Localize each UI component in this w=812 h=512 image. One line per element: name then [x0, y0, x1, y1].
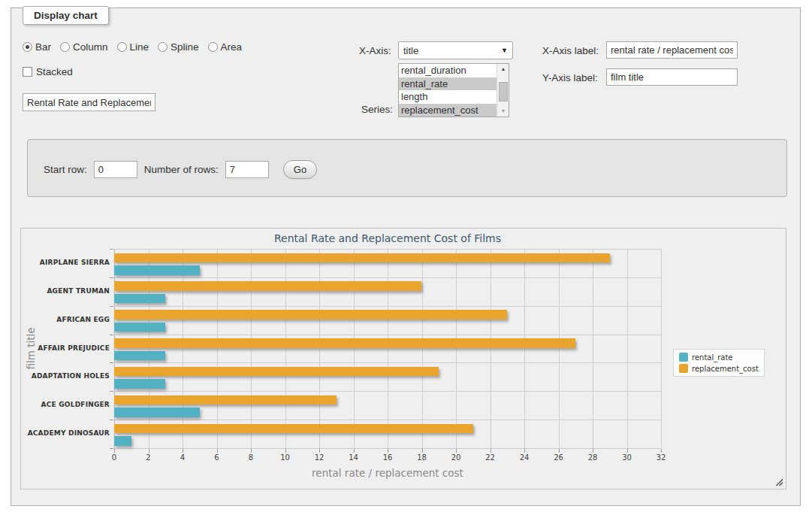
num-rows-input[interactable]	[225, 161, 269, 178]
x-tick-mark	[319, 449, 320, 453]
chevron-down-icon: ▼	[501, 47, 508, 54]
radio-icon[interactable]	[117, 42, 127, 52]
gridline-vertical	[319, 249, 320, 448]
x-tick-label: 24	[509, 453, 539, 462]
start-row-input[interactable]	[94, 161, 137, 178]
y-tick-mark	[110, 277, 113, 278]
radio-label: Column	[73, 41, 108, 53]
chart-type-option-line[interactable]: Line	[117, 41, 149, 53]
bar-replacement_cost[interactable]	[114, 310, 507, 320]
scroll-up-icon[interactable]: ▲	[497, 64, 509, 74]
gridline-horizontal	[114, 335, 661, 335]
x-tick-mark	[661, 449, 662, 453]
stacked-label: Stacked	[36, 66, 73, 77]
chart-legend: rental_ratereplacement_cost	[673, 349, 765, 377]
y-axis-label-field-label: Y-Axis label:	[542, 72, 598, 83]
x-tick-label: 30	[612, 453, 642, 462]
scrollbar-thumb[interactable]	[499, 82, 508, 101]
radio-label: Bar	[35, 41, 51, 53]
bar-rental_rate[interactable]	[114, 294, 165, 304]
bar-rental_rate[interactable]	[114, 379, 165, 389]
gridline-vertical	[251, 249, 252, 448]
bar-rental_rate[interactable]	[114, 323, 165, 332]
x-tick-mark	[422, 449, 423, 453]
gridline-vertical	[524, 249, 525, 448]
stacked-checkbox[interactable]	[23, 67, 32, 77]
x-tick-mark	[285, 449, 286, 453]
y-tick-mark	[110, 391, 113, 392]
bar-replacement_cost[interactable]	[114, 281, 421, 291]
stacked-checkbox-row[interactable]: Stacked	[23, 66, 73, 77]
y-axis-label-input[interactable]	[606, 68, 738, 86]
chart-type-option-area[interactable]: Area	[208, 41, 243, 53]
radio-icon[interactable]	[60, 42, 70, 52]
bar-replacement_cost[interactable]	[114, 338, 575, 348]
gridline-horizontal	[114, 362, 661, 363]
gridline-vertical	[388, 249, 388, 448]
x-tick-mark	[354, 449, 355, 453]
gridline-vertical	[217, 249, 218, 448]
gridline-vertical	[627, 249, 628, 448]
page: Display chart BarColumnLineSplineArea St…	[0, 0, 812, 512]
category-label: AIRPLANE SIERRA	[12, 249, 110, 277]
series-scrollbar[interactable]: ▲ ▼	[497, 64, 509, 117]
gridline-vertical	[422, 249, 423, 448]
gridline-vertical	[149, 249, 149, 448]
x-tick-label: 20	[441, 453, 471, 462]
gridline-vertical	[285, 249, 286, 448]
chart-type-option-spline[interactable]: Spline	[158, 41, 199, 53]
x-axis-selected-value: title	[403, 45, 418, 56]
x-tick-mark	[114, 449, 115, 453]
bar-rental_rate[interactable]	[114, 351, 165, 361]
x-tick-label: 4	[168, 453, 198, 462]
bar-replacement_cost[interactable]	[114, 424, 473, 434]
x-tick-mark	[388, 449, 388, 453]
radio-icon[interactable]	[158, 42, 168, 52]
x-tick-mark	[217, 449, 218, 453]
category-label: ADAPTATION HOLES	[12, 362, 110, 391]
chart-type-option-bar[interactable]: Bar	[23, 41, 51, 53]
x-tick-label: 28	[578, 453, 608, 462]
resize-handle-icon[interactable]	[774, 477, 783, 486]
row-controls-box: Start row: Number of rows: Go	[27, 139, 787, 197]
series-option-rental_rate[interactable]: rental_rate	[399, 77, 497, 91]
x-axis-select[interactable]: title ▼	[398, 41, 513, 59]
legend-item-replacement_cost[interactable]: replacement_cost	[679, 364, 759, 373]
category-label: ACADEMY DINOSAUR	[12, 420, 110, 448]
chart-title-input[interactable]	[23, 93, 155, 111]
bar-replacement_cost[interactable]	[114, 367, 439, 377]
chart-type-radio-group: BarColumnLineSplineArea	[23, 41, 242, 53]
gridline-horizontal	[114, 448, 661, 449]
x-axis-label-text: X-Axis:	[359, 45, 391, 56]
series-option-length[interactable]: length	[399, 90, 497, 104]
category-label: AGENT TRUMAN	[12, 277, 110, 306]
category-label: AFFAIR PREJUDICE	[12, 335, 110, 363]
bar-replacement_cost[interactable]	[114, 395, 337, 405]
bar-rental_rate[interactable]	[114, 436, 131, 446]
chart-x-axis-title: rental rate / replacement cost	[114, 467, 661, 479]
chart-type-option-column[interactable]: Column	[60, 41, 108, 53]
bar-replacement_cost[interactable]	[114, 253, 610, 263]
legend-item-rental_rate[interactable]: rental_rate	[679, 353, 759, 362]
bar-rental_rate[interactable]	[114, 265, 200, 275]
x-tick-label: 14	[339, 453, 369, 462]
x-tick-label: 26	[544, 453, 574, 462]
x-tick-label: 8	[236, 453, 266, 462]
y-axis-line	[114, 249, 115, 448]
x-axis-label-input[interactable]	[606, 41, 738, 59]
x-axis-label-field-label: X-Axis label:	[542, 45, 599, 56]
bar-rental_rate[interactable]	[114, 407, 200, 417]
series-listbox[interactable]: rental_durationrental_ratelengthreplacem…	[398, 63, 509, 117]
go-button[interactable]: Go	[283, 160, 317, 179]
x-tick-mark	[149, 449, 149, 453]
gridline-horizontal	[114, 249, 661, 250]
series-option-replacement_cost[interactable]: replacement_cost	[399, 104, 497, 117]
x-tick-label: 2	[134, 453, 164, 462]
radio-icon[interactable]	[23, 42, 32, 52]
series-option-rental_duration[interactable]: rental_duration	[399, 64, 497, 77]
radio-label: Line	[130, 41, 149, 53]
x-tick-label: 6	[202, 453, 232, 462]
radio-icon[interactable]	[208, 42, 218, 52]
scroll-down-icon[interactable]: ▼	[497, 106, 509, 117]
x-tick-mark	[524, 449, 525, 453]
